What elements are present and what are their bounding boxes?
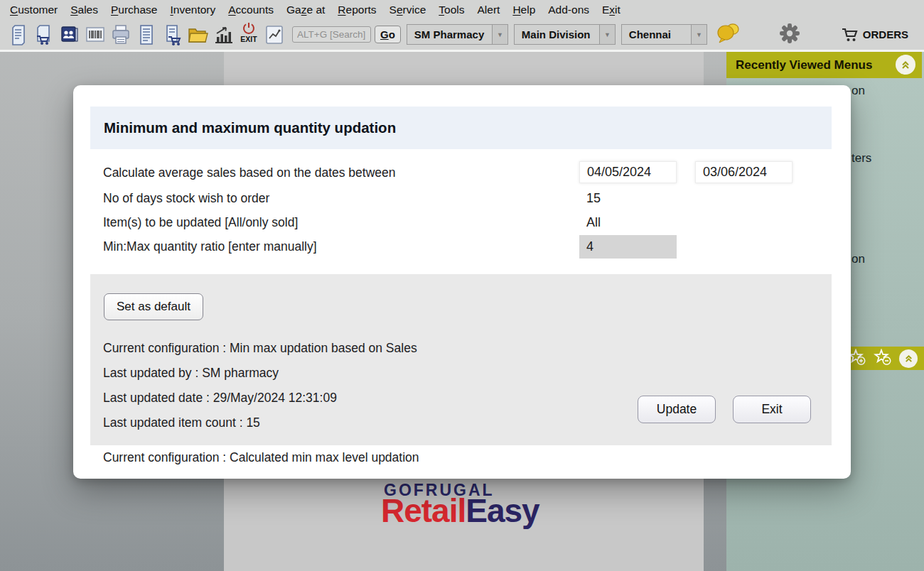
barcode-icon[interactable]	[82, 21, 108, 49]
sales-cart-icon[interactable]	[31, 21, 57, 49]
menu-item[interactable]: Sales	[70, 4, 98, 16]
date-from-input[interactable]	[579, 161, 677, 183]
division-select[interactable]: Main Division ▼	[514, 24, 616, 45]
items-value: All	[586, 214, 601, 230]
contacts-icon[interactable]	[57, 21, 82, 49]
set-as-default-button[interactable]: Set as default	[104, 293, 203, 320]
sales-chart-icon[interactable]	[210, 21, 236, 49]
menu-item[interactable]: Add-ons	[548, 4, 589, 16]
menu-bar: Customer Sales Purchase Inventory Accoun…	[0, 0, 924, 19]
menu-item[interactable]: Reports	[338, 4, 376, 16]
dialog-footer-status: Current configuration : Calculated min m…	[103, 450, 419, 465]
update-button[interactable]: Update	[638, 396, 716, 423]
orders-label: ORDERS	[863, 28, 908, 40]
cart-icon	[841, 27, 858, 43]
exit-icon[interactable]: EXIT	[236, 19, 262, 50]
menu-item[interactable]: Customer	[10, 4, 58, 16]
gear-icon[interactable]	[778, 22, 801, 48]
menu-item[interactable]: Gaze at	[286, 4, 325, 16]
items-label: Item(s) to be updated [All/only sold]	[103, 214, 298, 230]
dialog-title-bar: Minimum and maximum quantity updation	[90, 107, 832, 149]
sidebar-title: Recently Viewed Menus	[736, 58, 872, 72]
menu-item[interactable]: Accounts	[228, 4, 274, 16]
days-label: No of days stock wish to order	[103, 190, 269, 206]
retaileasy-logo: RetailEasy	[381, 493, 539, 528]
date-range-label: Calculate average sales based on the dat…	[103, 165, 396, 180]
search-input[interactable]	[292, 26, 371, 43]
exit-button[interactable]: Exit	[733, 396, 811, 423]
go-button[interactable]: Go	[375, 26, 401, 43]
configuration-section: Set as default Current configuration : M…	[90, 274, 832, 445]
sidebar-header: Recently Viewed Menus	[726, 52, 922, 78]
star-remove-icon[interactable]	[874, 349, 892, 369]
exit-icon-label: EXIT	[240, 36, 257, 43]
configuration-info: Current configuration : Min max updation…	[103, 340, 417, 430]
dialog-title: Minimum and maximum quantity updation	[104, 119, 396, 136]
menu-item[interactable]: Inventory	[170, 4, 215, 16]
invoice-icon[interactable]	[6, 21, 31, 49]
checklist-icon[interactable]	[134, 21, 159, 49]
menu-item[interactable]: Service	[390, 4, 426, 16]
application-window: Customer Sales Purchase Inventory Accoun…	[0, 0, 924, 571]
company-select[interactable]: SM Pharmacy ▼	[407, 24, 508, 45]
date-to-input[interactable]	[695, 161, 793, 183]
menu-item[interactable]: Alert	[478, 4, 500, 16]
info-line: Last updated date : 29/May/2024 12:31:09	[103, 390, 417, 406]
branch-select[interactable]: Chennai ▼	[621, 24, 707, 45]
days-value: 15	[586, 190, 601, 206]
chevron-down-icon[interactable]: ▼	[492, 25, 507, 44]
collapse-up-icon[interactable]	[896, 55, 915, 75]
chat-icon[interactable]	[716, 23, 743, 47]
menu-item[interactable]: Purchase	[111, 4, 158, 16]
min-max-quantity-dialog: Minimum and maximum quantity updation Ca…	[73, 85, 851, 479]
menu-item[interactable]: Exit	[602, 4, 621, 16]
collapse-up-icon[interactable]	[899, 349, 918, 368]
orders-button[interactable]: ORDERS	[841, 27, 908, 43]
sidebar-menu-item-fragment[interactable]: on	[852, 252, 865, 266]
info-line: Current configuration : Min max updation…	[103, 340, 417, 356]
sidebar-menu-item-fragment[interactable]: on	[852, 84, 865, 98]
ratio-label: Min:Max quantity ratio [enter manually]	[103, 239, 317, 254]
ratio-input[interactable]	[579, 235, 677, 259]
folder-icon[interactable]	[185, 21, 210, 49]
purchase-cart-icon[interactable]	[159, 21, 185, 49]
printer-icon[interactable]	[108, 21, 134, 49]
sidebar-menu-item-fragment[interactable]: ters	[852, 151, 871, 165]
menu-item[interactable]: Help	[512, 4, 535, 16]
info-line: Last updated item count : 15	[103, 415, 417, 430]
chevron-down-icon[interactable]: ▼	[599, 25, 615, 44]
toolbar: EXIT Go SM Pharmacy ▼ Main Division ▼ Ch…	[0, 19, 924, 52]
chevron-down-icon[interactable]: ▼	[691, 25, 707, 44]
info-line: Last updated by : SM pharmacy	[103, 365, 417, 381]
report-chart-icon[interactable]	[262, 21, 287, 49]
menu-item[interactable]: Tools	[439, 4, 464, 16]
